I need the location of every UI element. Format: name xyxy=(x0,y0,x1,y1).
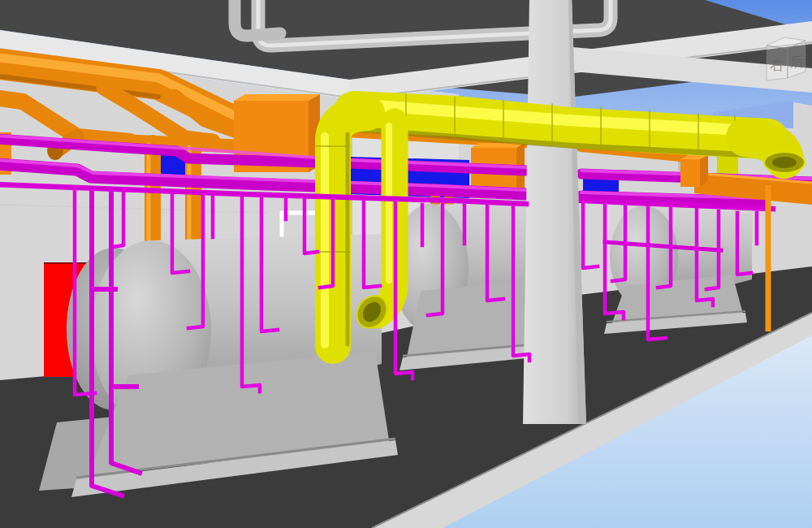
box3-side xyxy=(700,155,708,187)
viewcube[interactable]: 右 后 xyxy=(767,37,806,80)
viewcube-left-label[interactable]: 右 xyxy=(770,57,784,73)
viewport-canvas[interactable]: 右 后 xyxy=(0,0,812,528)
viewcube-right-label[interactable]: 后 xyxy=(790,54,804,70)
yellow-duct-opening-inner xyxy=(772,157,797,168)
orange-junction-box-3-front[interactable] xyxy=(680,159,700,187)
cad-viewport[interactable]: 右 后 xyxy=(0,0,812,528)
